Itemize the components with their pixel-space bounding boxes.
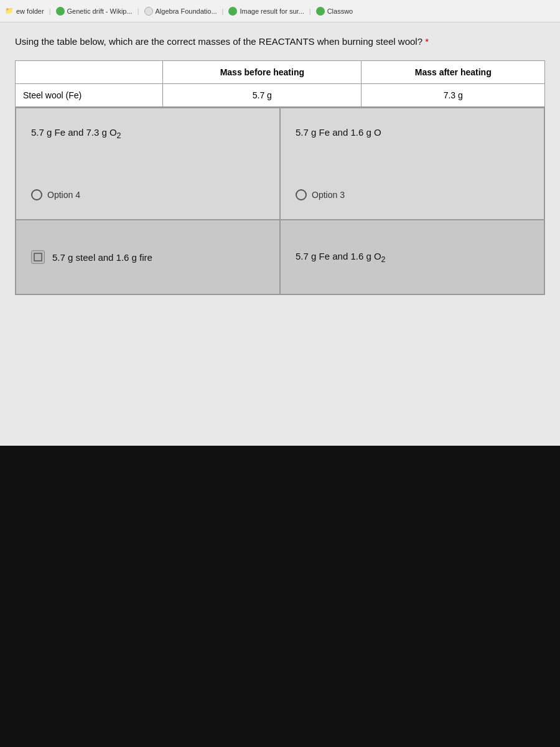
- google-icon-2: [228, 7, 237, 16]
- tab-classwo[interactable]: Classwo: [316, 7, 353, 16]
- option1-icon: [31, 250, 45, 264]
- option4-radio[interactable]: [31, 189, 42, 200]
- table-row1-col3: 7.3 g: [362, 84, 545, 107]
- tab-image-result[interactable]: Image result for sur...: [228, 7, 304, 16]
- answer-cell-option2[interactable]: 5.7 g Fe and 1.6 g O2: [280, 220, 544, 294]
- link-icon: [144, 7, 153, 16]
- answer-grid: 5.7 g Fe and 7.3 g O2 Option 4 5.7 g Fe …: [15, 107, 545, 295]
- table-header-col2: Mass before heating: [163, 61, 362, 84]
- answer-cell-option1[interactable]: 5.7 g steel and 1.6 g fire: [16, 220, 280, 294]
- square-icon: [34, 253, 42, 261]
- table-header-col1: [16, 61, 163, 84]
- answer-cell-option3[interactable]: 5.7 g Fe and 1.6 g O Option 3: [280, 108, 544, 220]
- page-content: Using the table below, which are the cor…: [0, 22, 560, 446]
- option4-label[interactable]: Option 4: [31, 189, 264, 200]
- google-icon-3: [316, 7, 325, 16]
- option3-radio[interactable]: [296, 189, 307, 200]
- google-icon: [56, 7, 65, 16]
- table-row1-col1: Steel wool (Fe): [16, 84, 163, 107]
- table-row1-col2: 5.7 g: [163, 84, 362, 107]
- tab-folder[interactable]: 📁 ew folder: [5, 7, 44, 15]
- required-marker: *: [425, 36, 429, 47]
- folder-icon: 📁: [5, 7, 14, 15]
- table-header-col3: Mass after heating: [362, 61, 545, 84]
- dark-footer: [0, 446, 560, 747]
- option4-text: 5.7 g Fe and 7.3 g O2: [31, 127, 264, 182]
- tab-algebra[interactable]: Algebra Foundatio...: [144, 7, 217, 16]
- option1-text: 5.7 g steel and 1.6 g fire: [52, 252, 264, 263]
- question-text: Using the table below, which are the cor…: [15, 35, 545, 48]
- browser-bar: 📁 ew folder | Genetic drift - Wikip... |…: [0, 0, 560, 22]
- option3-text: 5.7 g Fe and 1.6 g O: [296, 127, 529, 182]
- option2-text: 5.7 g Fe and 1.6 g O2: [296, 251, 529, 264]
- svg-rect-0: [34, 253, 42, 261]
- answer-cell-option4[interactable]: 5.7 g Fe and 7.3 g O2 Option 4: [16, 108, 280, 220]
- tab-genetic-drift[interactable]: Genetic drift - Wikip...: [56, 7, 133, 16]
- option3-label[interactable]: Option 3: [296, 189, 529, 200]
- data-table: Mass before heating Mass after heating S…: [15, 60, 545, 107]
